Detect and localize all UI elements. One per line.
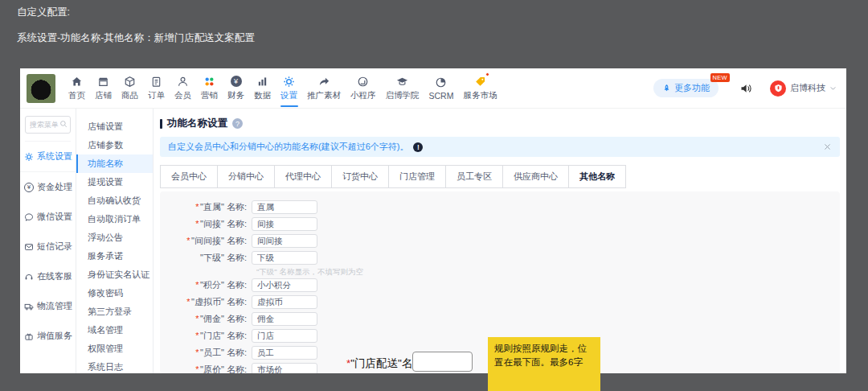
form-row: *"积分" 名称: (160, 277, 840, 294)
tab-member-center[interactable]: 会员中心 (160, 165, 218, 188)
submenu-item[interactable]: 浮动公告 (76, 228, 153, 247)
field-label: "间间接" 名称: (191, 236, 247, 245)
field-label: "积分" 名称: (200, 280, 247, 290)
sidebar-item-wechat[interactable]: 微信设置 (20, 202, 76, 232)
data-icon (256, 75, 268, 88)
account-menu[interactable]: 启博科技 (770, 80, 837, 97)
name-input-points[interactable] (252, 278, 317, 292)
funds-icon: ¥ (24, 183, 34, 192)
info-icon[interactable]: ! (413, 142, 423, 152)
name-input-direct[interactable] (252, 200, 317, 214)
announcement-speaker-icon[interactable] (739, 82, 752, 95)
store-delivery-name-input[interactable] (412, 352, 473, 372)
submenu-item[interactable]: 身份证实名认证 (76, 265, 153, 284)
top-nav-items: 首页 店铺 商品 订单 会员 营销 ¥ (63, 68, 502, 109)
goods-icon (124, 75, 136, 88)
nav-item-settings[interactable]: 设置 (276, 68, 302, 109)
nav-item-goods[interactable]: 商品 (117, 68, 143, 109)
tab-store-management[interactable]: 门店管理 (388, 165, 446, 188)
name-input-staff[interactable] (252, 346, 317, 360)
tab-staff-zone[interactable]: 员工专区 (445, 165, 503, 188)
nav-item-finance[interactable]: ¥ 财务 (223, 68, 249, 109)
form-row: *"间间接" 名称: (160, 233, 840, 249)
tab-distribution-center[interactable]: 分销中心 (217, 165, 275, 188)
tab-ordering-center[interactable]: 订货中心 (331, 165, 389, 188)
name-input-commission[interactable] (252, 312, 317, 326)
field-label: "原价" 名称: (200, 364, 247, 373)
field-label: "佣金" 名称: (200, 314, 247, 323)
submenu-item[interactable]: 权限管理 (76, 340, 153, 358)
required-mark: * (186, 236, 190, 245)
name-input-original-price[interactable] (252, 363, 317, 373)
chevron-down-icon (829, 84, 837, 92)
envelope-icon (24, 242, 34, 252)
gear-icon (283, 75, 295, 88)
tab-agent-center[interactable]: 代理中心 (274, 165, 332, 188)
search-icon (59, 120, 68, 128)
graduation-cap-icon (396, 75, 408, 88)
share-arrow-icon (318, 75, 330, 88)
nav-item-miniprogram[interactable]: 小程序 (346, 68, 381, 109)
field-label: "门店" 名称: (200, 331, 247, 340)
member-icon (177, 75, 189, 88)
sidebar-item-sms[interactable]: 短信记录 (20, 232, 76, 261)
name-input-indirect[interactable] (252, 217, 317, 231)
form-row: *"直属" 名称: (160, 199, 840, 216)
new-badge: NEW (710, 73, 730, 82)
nav-item-shop[interactable]: 店铺 (90, 68, 117, 109)
field-label: "间接" 名称: (200, 219, 247, 228)
sidebar-item-system-settings[interactable]: 系统设置 (20, 142, 76, 172)
banner-close-icon[interactable] (823, 142, 832, 151)
submenu-item-function-names[interactable]: 功能名称 (76, 154, 153, 173)
submenu-item[interactable]: 修改密码 (76, 284, 153, 303)
shop-icon (97, 75, 109, 88)
chat-bubble-icon (24, 212, 34, 222)
submenu-item[interactable]: 店铺设置 (76, 117, 153, 136)
submenu-item[interactable]: 服务承诺 (76, 247, 153, 265)
nav-item-scrm[interactable]: SCRM (424, 68, 459, 109)
required-mark: * (195, 202, 199, 212)
nav-item-home[interactable]: 首页 (63, 68, 90, 109)
sidebar-item-funds[interactable]: ¥ 资金处理 (20, 172, 76, 202)
name-input-indirect2[interactable] (252, 234, 317, 248)
submenu-item[interactable]: 提现设置 (76, 173, 153, 191)
truck-icon (24, 302, 34, 311)
required-mark: * (195, 348, 199, 357)
overlay-subtitle: 系统设置-功能名称-其他名称：新增门店配送文案配置 (17, 31, 255, 45)
nav-item-promo-material[interactable]: 推广素材 (302, 68, 346, 109)
help-icon[interactable]: ? (232, 118, 243, 129)
submenu-item[interactable]: 系统日志 (76, 358, 153, 373)
nav-item-orders[interactable]: 订单 (143, 68, 170, 109)
nav-item-data[interactable]: 数据 (249, 68, 276, 109)
nav-item-academy[interactable]: 启博学院 (381, 68, 424, 109)
gear-icon (24, 152, 34, 162)
home-icon (71, 75, 83, 88)
name-input-virtual-coin[interactable] (252, 295, 317, 309)
form-row: "下级" 名称: (160, 249, 840, 266)
sidebar-item-value-added[interactable]: 增值服务 (20, 321, 76, 351)
submenu-item[interactable]: 自动确认收货 (76, 191, 153, 210)
more-features-button[interactable]: 更多功能 NEW (653, 79, 719, 97)
tab-bar: 会员中心 分销中心 代理中心 订货中心 门店管理 员工专区 供应商中心 其他名称 (160, 165, 840, 188)
order-icon (150, 75, 162, 88)
tab-other-names[interactable]: 其他名称 (568, 165, 626, 188)
nav-item-service-market[interactable]: 服务市场 (458, 68, 502, 109)
sidebar-item-online-service[interactable]: 在线客服 (20, 261, 76, 291)
submenu-item[interactable]: 域名管理 (76, 321, 153, 340)
nav-item-marketing[interactable]: 营销 (196, 68, 223, 109)
name-input-store[interactable] (252, 329, 317, 343)
app-logo[interactable] (27, 74, 55, 103)
tab-supplier-center[interactable]: 供应商中心 (502, 165, 569, 188)
submenu-item[interactable]: 第三方登录 (76, 303, 153, 321)
sidebar-item-logistics[interactable]: 物流管理 (20, 291, 76, 321)
name-input-subordinate[interactable] (252, 251, 317, 265)
required-mark: * (195, 331, 199, 340)
top-nav: 首页 店铺 商品 订单 会员 营销 ¥ (20, 68, 846, 109)
top-nav-right: 更多功能 NEW 启博科技 (653, 79, 837, 97)
submenu-item[interactable]: 自动取消订单 (76, 210, 153, 228)
submenu-item[interactable]: 店铺参数 (76, 136, 153, 154)
required-mark: * (195, 280, 199, 290)
nav-item-members[interactable]: 会员 (170, 68, 196, 109)
page-title: 功能名称设置 (167, 117, 227, 130)
market-tag-icon (474, 75, 486, 88)
